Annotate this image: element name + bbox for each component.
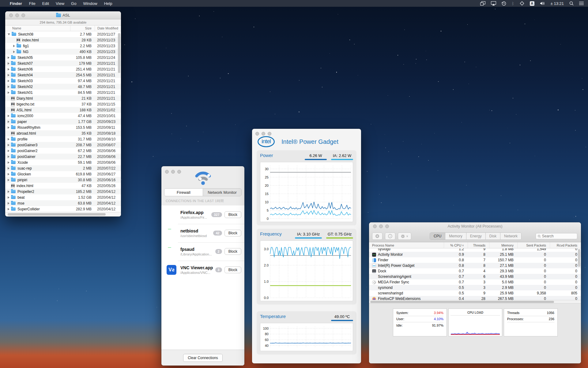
column-cpu[interactable]: % CPU∨ [444,242,468,248]
finder-row[interactable]: suac-rep2 MB2020/07/22 [5,165,121,171]
disclosure-triangle-icon[interactable] [8,86,9,88]
input-source-icon[interactable]: A [530,1,534,6]
finder-row[interactable]: Diary.html21 KB2020/11/21 [5,95,121,101]
finder-row[interactable]: RissetRhythm153.5 MB2020/09/11 [5,125,121,130]
search-input[interactable] [542,234,575,238]
process-table-vertical-scrollbar[interactable] [578,249,580,267]
finder-row[interactable]: Sketch07179 MB2020/11/21 [5,60,121,66]
tab-disk[interactable]: Disk [485,233,500,240]
disclosure-triangle-icon[interactable] [8,121,9,123]
disclosure-triangle-icon[interactable] [8,80,9,82]
process-row[interactable]: ScreensharingAgent0.7643.9 MB00 [369,274,581,279]
process-row[interactable]: sysmond0.532.9 MB00 [369,285,581,290]
bluetooth-icon[interactable]: ᛒ [512,1,514,6]
finder-title-bar[interactable]: ASL [5,11,121,19]
finder-row[interactable]: Sketch05105.8 MB2020/11/24 [5,55,121,60]
disclosure-triangle-icon[interactable] [8,126,9,129]
finder-row[interactable]: beat1.52 GB2020/04/12 [5,194,121,200]
finder-row[interactable]: Glocken619.8 MB2020/06/27 [5,171,121,177]
process-row[interactable]: screensharingd0.5925.9 MB9,358805 [369,290,581,296]
column-header-name[interactable]: Name [5,26,70,30]
disclosure-triangle-icon[interactable] [8,179,9,181]
tab-energy[interactable]: Energy [466,233,485,240]
finder-row[interactable]: SuperCollider282.9 MB2020/04/12 [5,206,121,212]
activity-monitor-title-bar[interactable]: Activity Monitor (All Processes) [369,222,581,230]
tab-cpu[interactable]: CPU [430,233,445,240]
finder-vertical-scrollbar[interactable] [118,33,120,73]
finder-row[interactable]: Sketch0184.5 MB2020/11/21 [5,90,121,95]
menu-clock[interactable]: ± 13:21 [551,1,564,6]
menu-item-finder[interactable]: Finder [6,1,26,6]
disclosure-triangle-icon[interactable] [8,56,9,59]
search-field[interactable] [536,233,577,239]
mega-sync-icon[interactable] [520,1,524,6]
inspect-process-button[interactable]: i [385,232,395,240]
finder-row[interactable]: postGainer22.7 MB2020/08/06 [5,154,121,159]
power-gadget-traffic-lights[interactable] [255,132,271,136]
settings-gear-button[interactable]: ∨ [398,232,411,240]
column-sent-packets[interactable]: Sent Packets [517,242,550,248]
block-button[interactable]: Block [224,230,241,236]
disclosure-triangle-icon[interactable] [8,173,9,175]
disclosure-triangle-icon[interactable] [8,208,9,210]
finder-row[interactable]: abroad.html35 KB2020/08/18 [5,130,121,136]
process-row[interactable]: syslogd1.291.8 MB1,5490 [369,248,581,252]
block-button[interactable]: Block [224,266,241,273]
finder-row[interactable]: Propeller2185.2 MB2020/04/12 [5,189,121,194]
disclosure-triangle-icon[interactable] [8,167,9,170]
finder-row[interactable]: profile31.7 MB2020/08/10 [5,136,121,142]
finder-row[interactable]: Sketch082.7 MB2020/11/27 [5,31,121,37]
finder-row[interactable]: NG490 KB2020/11/23 [5,49,121,55]
finder-row[interactable]: paper1.77 GB2020/09/23 [5,119,121,125]
block-button[interactable]: Block [224,211,241,218]
disclosure-triangle-icon[interactable] [8,115,9,117]
spotlight-icon[interactable] [569,1,574,6]
menu-item-file[interactable]: File [26,1,39,6]
notification-center-icon[interactable] [579,2,584,5]
clear-connections-button[interactable]: Clear Connections [183,354,223,362]
disclosure-triangle-icon[interactable] [8,33,10,35]
tab-memory[interactable]: Memory [445,233,466,240]
process-row[interactable]: Activity Monitor0.9825.1 MB00 [369,252,581,257]
finder-row[interactable]: Xcode59.1 MB2020/08/06 [5,159,121,165]
menu-item-help[interactable]: Help [101,1,116,6]
screen-mirroring-icon[interactable] [480,1,485,6]
finder-row[interactable]: icmc200047.4 MB2020/10/01 [5,113,121,119]
block-button[interactable]: Block [224,248,241,255]
disclosure-triangle-icon[interactable] [8,62,9,65]
column-rcvd-packets[interactable]: Rcvd Packets [550,242,581,248]
tab-firewall[interactable]: Firewall [164,189,203,196]
disclosure-triangle-icon[interactable] [8,144,9,146]
disclosure-triangle-icon[interactable] [8,161,9,164]
disclosure-triangle-icon[interactable] [8,202,9,205]
finder-row[interactable]: Sketch0397.4 MB2020/11/21 [5,78,121,84]
column-header-date[interactable]: Date Modified [95,25,121,31]
finder-row[interactable]: bigecho.txt37 KB2020/11/15 [5,101,121,107]
process-table-horizontal-scrollbar[interactable] [369,300,581,304]
process-row[interactable]: Finder0.87150.7 MB00 [369,257,581,263]
tab-network-monitor[interactable]: Network Monitor [203,189,241,196]
process-row[interactable]: Intel(R) Power Gadget0.8827.1 MB00 [369,263,581,268]
finder-row[interactable]: postGainer267.2 MB2020/08/06 [5,148,121,154]
column-header-size[interactable]: Size [70,25,95,31]
finder-row[interactable]: Sketch0248.7 MB2020/11/21 [5,84,121,90]
process-row[interactable]: Dock0.7429.3 MB00 [369,268,581,274]
finder-row[interactable]: Sketch04254.5 MB2020/11/21 [5,72,121,78]
disclosure-triangle-icon[interactable] [13,51,15,53]
finder-row[interactable]: index.html28 KB2020/11/23 [5,37,121,43]
menu-item-view[interactable]: View [52,1,68,6]
finder-row[interactable]: piripiri30.8 MB2020/06/16 [5,177,121,183]
disclosure-triangle-icon[interactable] [8,190,9,193]
finder-row[interactable]: ASL.html188 KB2020/11/02 [5,107,121,113]
disclosure-triangle-icon[interactable] [8,150,9,152]
finder-row[interactable]: fig12.2 MB2020/11/23 [5,43,121,49]
process-row[interactable]: FirefoxCP WebExtensions0.428267.5 MB00 [369,296,581,300]
column-process-name[interactable]: Process Name [369,243,444,247]
disclosure-triangle-icon[interactable] [8,155,9,158]
disclosure-triangle-icon[interactable] [8,91,9,94]
disclosure-triangle-icon[interactable] [8,196,9,199]
disclosure-triangle-icon[interactable] [13,45,15,47]
menu-item-go[interactable]: Go [68,1,80,6]
disclosure-triangle-icon[interactable] [8,138,9,140]
process-row[interactable]: MEGA Finder Sync0.735.0 MB00 [369,279,581,285]
